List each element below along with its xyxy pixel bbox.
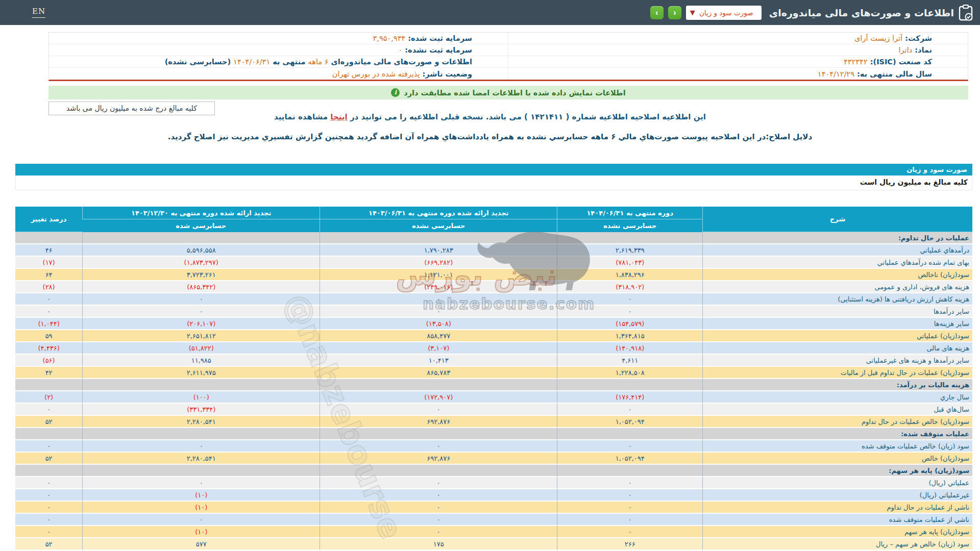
cell-value: (۱۰۰): [82, 391, 320, 404]
row-label: غیرعملیاتي (ریال): [702, 489, 972, 502]
cell-value: ۰: [557, 514, 702, 526]
cell-value: [557, 465, 702, 477]
row-label: سود(زیان) عملیاتي: [702, 330, 972, 342]
cell-value: ۸۶۵,۷۸۳: [320, 367, 557, 379]
cell-value: ۱۰,۴۱۳: [320, 355, 557, 367]
row-label: سود (زیان) خالص عملیات متوقف شده: [702, 440, 972, 453]
cell-value: ۱,۱۲۱,۰۰۱: [320, 269, 557, 281]
cell-value: (۳۳۱,۳۳۴): [82, 404, 320, 416]
currency-note: کلیه مبالغ به میلیون ریال است: [15, 176, 972, 190]
cell-value: ۰: [82, 514, 320, 526]
registered-capital-label: سرمایه ثبت شده:: [408, 34, 472, 42]
symbol-field: نماد: داترا: [508, 44, 968, 56]
cell-value: [557, 379, 702, 391]
cell-value: ۰: [320, 502, 557, 514]
cell-value: ۰: [557, 306, 702, 318]
row-label: هزینه مالیات بر درآمد:: [702, 379, 972, 391]
period-info-prefix: اطلاعات و صورت‌های مالی میاندوره‌ای: [331, 58, 472, 66]
table-row: ناشي از عملیات در حال تداوم۰۰(۱۰)۰: [15, 502, 972, 514]
cell-change-percent: [15, 379, 82, 391]
company-value[interactable]: آترا زیست آرای: [854, 34, 902, 42]
cell-value: ۱,۰۵۲,۰۹۴: [557, 416, 702, 428]
page-title: اطلاعات و صورت‌های مالی میاندوره‌ای: [769, 7, 954, 18]
cell-value: ۰: [320, 404, 557, 416]
cell-change-percent: ۰: [15, 514, 82, 526]
cell-change-percent: ۰: [15, 440, 82, 453]
cell-value: ۶۹۲,۸۷۶: [320, 416, 557, 428]
cell-value: ۰: [557, 502, 702, 514]
cell-value: ۱,۸۳۸,۲۹۶: [557, 269, 702, 281]
period-info-months: ۶ ماهه: [308, 58, 329, 66]
amendment-reason: دلایل اصلاح:در این اصلاحیه پیوست صورت‌ها…: [0, 132, 980, 141]
symbol-value[interactable]: داترا: [899, 46, 913, 54]
row-label: بهای تمام شده درآمدهاي عملیاتي: [702, 257, 972, 269]
cell-value: ۰: [557, 404, 702, 416]
cell-value: ۲,۶۱۹,۳۳۹: [557, 244, 702, 257]
info-row: شرکت: آترا زیست آرای سرمایه ثبت شده: ۳,۹…: [49, 33, 968, 44]
cell-value: ۰: [557, 440, 702, 453]
cell-value: (۳,۱۰۷): [320, 342, 557, 355]
table-row: سود(زیان) عملیات در حال تداوم قبل از مال…: [15, 367, 972, 379]
cell-value: ۰: [82, 306, 320, 318]
table-row: هزینه های فروش، اداری و عمومی(۳۱۸,۹۰۲)(۲…: [15, 281, 972, 293]
row-label: سود(زیان) عملیات در حال تداوم قبل از مال…: [702, 367, 972, 379]
table-row: بهای تمام شده درآمدهاي عملیاتي(۷۸۱,۰۴۳)(…: [15, 257, 972, 269]
cell-change-percent: ۰: [15, 477, 82, 489]
nav-forward-button[interactable]: ‹: [668, 6, 681, 19]
col-audit-status-1: حسابرسی نشده: [557, 219, 702, 232]
table-row: ناشي از عملیات متوقف شده۰۰۰۰: [15, 514, 972, 526]
cell-change-percent: [15, 465, 82, 477]
cell-value: (۱۰): [82, 526, 320, 538]
income-statement-table: شرح دوره منتهی به ۱۴۰۴/۰۶/۳۱ تجدید ارائه…: [15, 207, 972, 550]
cell-value: ۰: [82, 440, 320, 453]
table-row: سایر هزینه‌ها(۱۵۴,۵۷۹)(۱۳,۵۰۸)(۲۰۶,۱۰۷)(…: [15, 318, 972, 330]
row-label: سایر درآمدها و هزینه های غیرعملیاتی: [702, 355, 972, 367]
table-header: شرح دوره منتهی به ۱۴۰۴/۰۶/۳۱ تجدید ارائه…: [15, 207, 972, 232]
cell-value: ۲,۶۵۱,۸۱۲: [82, 330, 320, 342]
statement-type-value: صورت سود و زیان: [695, 9, 757, 17]
row-label: سایر هزینه‌ها: [702, 318, 972, 330]
nav-back-button[interactable]: ›: [650, 6, 664, 19]
cell-value: ۱۱,۹۸۵: [82, 355, 320, 367]
col-period-restated-annual: تجدید ارائه شده دوره منتهی به ۱۴۰۳/۱۲/۳۰: [82, 207, 320, 219]
amendment-text-2: مشاهده نمایید: [274, 112, 328, 121]
company-field: شرکت: آترا زیست آرای: [508, 33, 968, 44]
cell-change-percent: ۵۲: [15, 416, 82, 428]
company-label: شرکت:: [905, 34, 932, 42]
cell-value: ۵۷۷: [82, 538, 320, 550]
cell-value: ۸۵۸,۴۷۷: [320, 330, 557, 342]
cell-change-percent: ۰: [15, 293, 82, 306]
col-audit-status-3: حسابرسی شده: [82, 219, 320, 232]
previous-version-link[interactable]: اینجا: [330, 112, 347, 121]
cell-value: ۱,۷۹۰,۲۸۳: [320, 244, 557, 257]
cell-value: ۰: [320, 293, 557, 306]
cell-value: ۳,۷۲۳,۲۶۱: [82, 269, 320, 281]
cell-value: ۲,۶۱۱,۹۷۵: [82, 367, 320, 379]
amendment-text-1: این اطلاعیه اصلاحیه اطلاعیه شماره ( ۱۴۲۱…: [350, 112, 706, 121]
cell-change-percent: ۶۴: [15, 269, 82, 281]
cell-value: (۱۴۰,۹۱۸): [557, 342, 702, 355]
table-row: سایر درآمدها و هزینه های غیرعملیاتی۴,۶۱۱…: [15, 355, 972, 367]
cell-value: ۰: [320, 440, 557, 453]
cell-value: [82, 379, 320, 391]
cell-value: (۷۸۱,۰۴۳): [557, 257, 702, 269]
cell-value: ۰: [557, 526, 702, 538]
clipboard-icon: [959, 5, 973, 21]
cell-value: [557, 428, 702, 440]
language-toggle-en[interactable]: EN: [32, 7, 45, 18]
section-row: سود(زیان) پایه هر سهم:: [15, 465, 972, 477]
cell-change-percent: ۰: [15, 306, 82, 318]
statement-table-body: عملیات در حال تداوم:درآمدهاي عملیاتي۲,۶۱…: [15, 232, 972, 550]
statement-type-dropdown[interactable]: صورت سود و زیان ▼: [686, 6, 762, 20]
period-info-field: اطلاعات و صورت‌های مالی میاندوره‌ای ۶ ما…: [49, 56, 508, 67]
cell-value: ۴,۶۱۱: [557, 355, 702, 367]
cell-value: ۱۷۵: [320, 538, 557, 550]
period-info-middle: منتهی به: [273, 58, 305, 66]
cell-value: ۲,۲۸۰,۵۴۱: [82, 453, 320, 465]
table-row: هزینه کاهش ارزش دریافتنی ها (هزینه استثن…: [15, 293, 972, 306]
banner-text: اطلاعات نمایش داده شده با اطلاعات امضا ش…: [404, 89, 625, 97]
row-label: ناشي از عملیات در حال تداوم: [702, 502, 972, 514]
cell-change-percent: [15, 428, 82, 440]
row-label: سود (زیان) خالص هر سهم – ریال: [702, 538, 972, 550]
table-row: هزینه های مالی(۱۴۰,۹۱۸)(۳,۱۰۷)(۵۱,۸۲۲)(۴…: [15, 342, 972, 355]
